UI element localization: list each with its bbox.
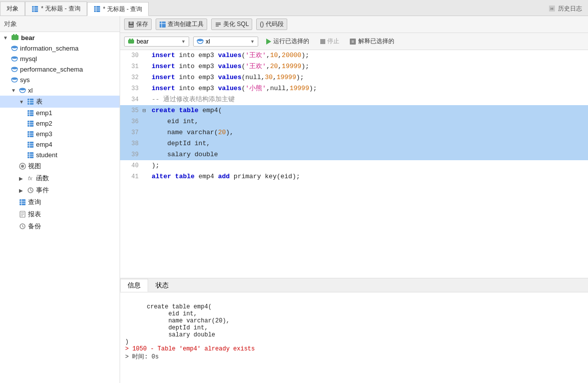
code-line-36: 36 eid int, (120, 116, 588, 127)
code-token: (null, (241, 74, 265, 81)
tab-query2[interactable]: * 无标题 - 查询 (87, 2, 149, 16)
sidebar-item-performance_schema[interactable]: performance_schema (0, 64, 120, 75)
table-icon-1 (32, 6, 39, 13)
line-number: 41 (120, 171, 143, 182)
sidebar-item-xl[interactable]: ▼ xl (0, 85, 120, 96)
explain-label: 解释已选择的 (358, 37, 394, 46)
code-token: name varchar( (152, 129, 218, 136)
line-content: salary double (150, 149, 588, 160)
line-number: 30 (120, 50, 143, 61)
line-content: create table emp4( (150, 105, 588, 116)
code-line-31: 31insert into emp3 values('王欢',20,19999)… (120, 61, 588, 72)
svg-text:H: H (550, 7, 553, 11)
sidebar-item-functions[interactable]: ▶ fx 函数 (0, 172, 120, 184)
sidebar-item-views[interactable]: 视图 (0, 160, 120, 172)
code-token: insert (152, 63, 175, 70)
code-token: ), (226, 129, 234, 136)
sidebar-item-queries[interactable]: 查询 (0, 196, 120, 208)
bottom-line: > 时间: 0s (125, 353, 159, 360)
sidebar-item-information_schema[interactable]: information_schema (0, 43, 120, 54)
svg-rect-27 (28, 121, 34, 127)
code-line-30: 30insert into emp3 values('王欢',10,20000)… (120, 50, 588, 61)
conn-bar: bear ▼ xl ▼ 运行已选择的 停止 (120, 33, 588, 50)
expand-arrow-event: ▶ (19, 188, 25, 193)
svg-rect-59 (130, 22, 133, 24)
query-tool-button[interactable]: 查询创建工具 (156, 19, 207, 30)
code-editor[interactable]: 30insert into emp3 values('王欢',10,20000)… (120, 50, 588, 278)
sidebar-header: 对象 (0, 16, 120, 32)
code-token: , (278, 52, 282, 59)
svg-rect-68 (129, 39, 131, 40)
save-button[interactable]: 保存 (124, 19, 152, 30)
db-icon-sys (11, 77, 18, 84)
connection-selector[interactable]: bear ▼ (124, 37, 189, 47)
sidebar-item-backups[interactable]: 备份 (0, 220, 120, 232)
sidebar-item-student[interactable]: student (0, 150, 120, 160)
database-selector[interactable]: xl ▼ (193, 37, 258, 47)
bottom-tabs: 信息 状态 (120, 278, 588, 292)
code-token: ); (301, 63, 309, 70)
sidebar-item-bear[interactable]: ▼ bear (0, 32, 120, 43)
run-button[interactable]: 运行已选择的 (262, 36, 313, 47)
sidebar-item-mysql[interactable]: mysql (0, 54, 120, 64)
objects-tab-label: 对象 (7, 5, 19, 13)
code-token: '王欢' (245, 63, 266, 70)
beautify-button[interactable]: 美化 SQL (211, 19, 252, 30)
stop-button[interactable]: 停止 (317, 36, 342, 47)
bottom-line: deptId int, (125, 324, 208, 331)
tab-objects[interactable]: 对象 (0, 2, 25, 16)
bear-label: bear (21, 34, 35, 42)
sidebar-item-tables[interactable]: ▼ 表 (0, 96, 120, 108)
table-group-icon (27, 98, 34, 105)
bottom-tab-status[interactable]: 状态 (148, 279, 176, 292)
code-line-40: 40); (120, 160, 588, 171)
database-dropdown-arrow: ▼ (250, 39, 255, 44)
line-content: insert into emp3 values('王欢',10,20000); (150, 50, 588, 61)
code-token: 20 (270, 63, 278, 70)
code-token: values (218, 85, 242, 92)
code-token: add (218, 173, 230, 180)
code-token: into emp3 (175, 52, 218, 59)
sidebar-item-events[interactable]: ▶ 事件 (0, 184, 120, 196)
line-content: deptId int, (150, 138, 588, 149)
db-selector-icon (197, 38, 204, 45)
sidebar-item-reports[interactable]: 报表 (0, 208, 120, 220)
line-number: 39 (120, 149, 143, 160)
tab-history[interactable]: H 历史日志 (542, 2, 588, 16)
query2-tab-label: * 无标题 - 查询 (103, 5, 143, 14)
code-token: eid int, (152, 118, 199, 125)
code-token: ); (301, 52, 309, 59)
db-icon-info (11, 45, 18, 52)
code-line-33: 33insert into emp3 values('小熊',null,1999… (120, 83, 588, 94)
stop-label: 停止 (327, 37, 339, 46)
line-number: 38 (120, 138, 143, 149)
sidebar-item-emp4[interactable]: emp4 (0, 139, 120, 150)
line-content: insert into emp3 values('王欢',20,19999); (150, 61, 588, 72)
svg-point-15 (12, 56, 18, 59)
code-token: into emp3 (175, 74, 218, 81)
code-token: ,null, (266, 85, 290, 92)
sidebar-item-emp3[interactable]: emp3 (0, 129, 120, 139)
sidebar-item-emp1[interactable]: emp1 (0, 108, 120, 118)
line-number: 33 (120, 83, 143, 94)
sidebar-item-sys[interactable]: sys (0, 75, 120, 85)
code-token: into emp3 (175, 85, 218, 92)
sidebar-item-emp2[interactable]: emp2 (0, 118, 120, 129)
code-token: create (152, 107, 175, 114)
backup-group-icon (19, 223, 26, 230)
line-number: 37 (120, 127, 143, 138)
emp1-label: emp1 (36, 109, 53, 117)
code-segment-button[interactable]: () 代码段 (256, 19, 287, 30)
tables-label: 表 (36, 97, 43, 106)
tab-query1[interactable]: * 无标题 - 查询 (25, 2, 87, 16)
code-token: table (175, 173, 195, 180)
svg-point-18 (20, 88, 26, 90)
explain-button[interactable]: ≡ 解释已选择的 (346, 36, 397, 47)
bottom-tab-info[interactable]: 信息 (120, 279, 148, 292)
tab-bar: 对象 * 无标题 - 查询 * 无标题 - 查询 H 历史日志 (0, 0, 588, 16)
code-token: salary double (152, 151, 218, 158)
svg-point-14 (12, 46, 18, 48)
code-token: 19999 (277, 74, 296, 81)
code-token: emp4( (199, 107, 222, 114)
code-token: values (218, 74, 242, 81)
